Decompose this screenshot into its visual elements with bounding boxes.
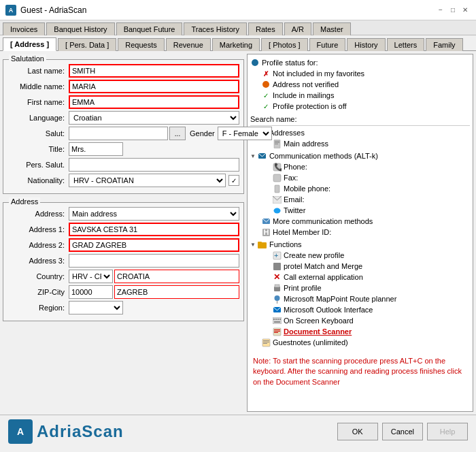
search-name-label: Search name: xyxy=(250,115,296,123)
more-comm-item[interactable]: More communication methods xyxy=(250,216,470,227)
onscreen-kb-item[interactable]: On Screen Keyboard xyxy=(250,315,470,326)
pers-salut-row: Pers. Salut. xyxy=(7,158,239,172)
print-profile-item[interactable]: Print profile xyxy=(250,282,470,293)
pers-salut-input[interactable] xyxy=(69,158,239,172)
app-icon: A xyxy=(5,5,16,16)
address2-input[interactable] xyxy=(69,238,239,252)
country-code-select[interactable]: HRV - CRO. xyxy=(69,270,113,283)
tab-ar[interactable]: A/R xyxy=(284,22,311,35)
tabs-container: Invoices Banquet History Banquet Future … xyxy=(0,20,476,51)
address3-input[interactable] xyxy=(69,254,239,268)
comm-methods-item[interactable]: ▼ Communication methods (ALT-k) xyxy=(250,150,470,161)
protel-match-text: protel Match and Merge xyxy=(284,262,362,270)
tab-future[interactable]: Future xyxy=(309,38,346,51)
create-profile-item[interactable]: + Create new profile xyxy=(250,250,470,261)
protel-match-icon xyxy=(272,261,282,271)
help-button[interactable]: Help xyxy=(427,423,468,440)
twitter-item[interactable]: Twitter xyxy=(250,205,470,216)
zip-city-row: ZIP-City xyxy=(7,285,239,299)
nationality-checkbox[interactable]: ✓ xyxy=(228,175,239,186)
svg-rect-12 xyxy=(275,185,279,193)
protel-match-item[interactable]: protel Match and Merge xyxy=(250,261,470,272)
title-text: Guest - AdriaScan xyxy=(20,5,86,15)
salutation-title: Salutation xyxy=(9,54,46,63)
tab-revenue[interactable]: Revenue xyxy=(166,38,211,51)
last-name-input[interactable] xyxy=(69,64,239,78)
maximize-button[interactable]: □ xyxy=(447,5,458,16)
mobile-item[interactable]: Mobile phone: xyxy=(250,183,470,194)
addresses-label: Addresses xyxy=(269,129,305,137)
guestnotes-icon xyxy=(261,338,271,347)
phone-item[interactable]: 📞 Phone: xyxy=(250,161,470,172)
minimize-button[interactable]: − xyxy=(435,5,446,16)
gender-select[interactable]: F - Female M - Male xyxy=(218,127,272,140)
svg-rect-35 xyxy=(274,331,280,332)
tab-letters[interactable]: Letters xyxy=(387,38,425,51)
functions-item[interactable]: ▼ Functions xyxy=(250,239,470,250)
tab-traces-history[interactable]: Traces History xyxy=(184,22,247,35)
svg-rect-18 xyxy=(258,242,267,248)
protection-text: Profile protection is off xyxy=(273,102,347,110)
tab-banquet-history[interactable]: Banquet History xyxy=(46,22,114,35)
not-fav-icon: ✗ xyxy=(261,69,271,78)
salut-input[interactable] xyxy=(69,127,168,140)
mappoint-text: Microsoft MapPoint Route planner xyxy=(284,295,396,303)
guestnotes-item[interactable]: Guestnotes (unlimited) xyxy=(250,337,470,348)
doc-scanner-item[interactable]: Document Scanner xyxy=(250,326,470,337)
brand-area: A AdriaScan xyxy=(8,419,124,444)
tab-family[interactable]: Family xyxy=(426,38,462,51)
print-profile-text: Print profile xyxy=(284,284,322,292)
onscreen-kb-text: On Screen Keyboard xyxy=(284,317,354,325)
fax-item[interactable]: Fax: xyxy=(250,172,470,183)
outlook-item[interactable]: Microsoft Outlook Interface xyxy=(250,304,470,315)
title-bar: A Guest - AdriaScan − □ ✕ xyxy=(0,0,476,20)
zip-group xyxy=(69,285,239,299)
close-button[interactable]: ✕ xyxy=(460,5,471,16)
svg-point-25 xyxy=(274,295,279,301)
nationality-select[interactable]: HRV - CROATIAN xyxy=(69,174,226,187)
middle-name-input[interactable] xyxy=(69,80,239,93)
mappoint-item[interactable]: Microsoft MapPoint Route planner xyxy=(250,293,470,304)
tab-invoices[interactable]: Invoices xyxy=(3,22,45,35)
zip-input[interactable] xyxy=(69,285,113,299)
region-select[interactable] xyxy=(69,301,123,314)
tab-photos[interactable]: [ Photos ] xyxy=(261,38,307,51)
cancel-button[interactable]: Cancel xyxy=(382,423,423,440)
title-input[interactable] xyxy=(69,142,123,156)
salut-dots-button[interactable]: ... xyxy=(169,127,186,140)
address1-row: Address 1: xyxy=(7,223,239,236)
call-external-icon: ✕ xyxy=(272,272,282,282)
zip-city-label: ZIP-City xyxy=(7,288,69,296)
svg-rect-28 xyxy=(273,319,275,320)
guestnotes-text: Guestnotes (unlimited) xyxy=(273,338,348,346)
addr-not-verified-icon xyxy=(261,80,271,89)
create-profile-text: Create new profile xyxy=(284,251,344,259)
svg-point-0 xyxy=(252,59,258,66)
city-input[interactable] xyxy=(114,285,239,299)
tab-rates[interactable]: Rates xyxy=(248,22,283,35)
call-external-text: Call external application xyxy=(284,273,363,281)
hotel-member-item[interactable]: H Hotel Member ID: xyxy=(250,227,470,238)
main-address-item[interactable]: Main address xyxy=(250,138,470,149)
call-external-item[interactable]: ✕ Call external application xyxy=(250,272,470,282)
tab-history[interactable]: History xyxy=(347,38,385,51)
address1-input[interactable] xyxy=(69,223,239,236)
first-name-input[interactable] xyxy=(69,95,239,109)
country-name-input[interactable] xyxy=(114,270,239,283)
tab-banquet-future[interactable]: Banquet Future xyxy=(116,22,183,35)
language-select[interactable]: Croatian xyxy=(69,111,239,125)
middle-name-row: Middle name: xyxy=(7,80,239,93)
hotel-member-text: Hotel Member ID: xyxy=(273,228,331,236)
doc-scanner-text[interactable]: Document Scanner xyxy=(284,327,352,336)
tab-requests[interactable]: Requests xyxy=(118,38,164,51)
tab-master[interactable]: Master xyxy=(313,22,351,35)
tab-pers-data[interactable]: [ Pers. Data ] xyxy=(58,38,116,51)
tab-marketing[interactable]: Marketing xyxy=(212,38,260,51)
email-item[interactable]: Email: xyxy=(250,194,470,205)
tab-address[interactable]: [ Address ] xyxy=(3,37,56,51)
address-type-select[interactable]: Main address xyxy=(69,207,239,221)
ok-button[interactable]: OK xyxy=(337,423,378,440)
status-addr-not-verified-item: Address not verified xyxy=(250,79,470,90)
left-panel: Salutation Last name: Middle name: First… xyxy=(3,54,244,412)
addresses-tree-item[interactable]: ▼ Addresses xyxy=(250,127,470,138)
